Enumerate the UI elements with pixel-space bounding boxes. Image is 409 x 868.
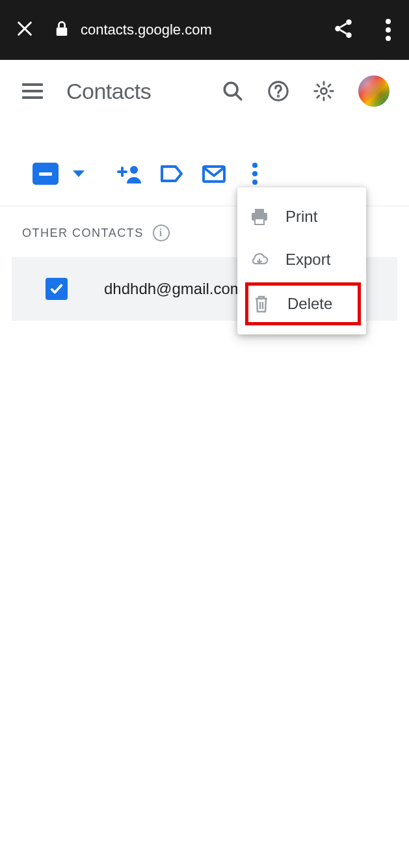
menu-item-delete[interactable]: Delete <box>245 282 361 325</box>
svg-point-9 <box>278 96 278 96</box>
svg-point-10 <box>321 88 326 94</box>
trash-icon <box>252 295 270 313</box>
svg-point-13 <box>130 166 138 174</box>
app-bar: Contacts <box>0 60 409 122</box>
select-dropdown-icon[interactable] <box>73 170 85 177</box>
menu-item-export[interactable]: Export <box>237 238 366 281</box>
search-icon[interactable] <box>222 80 244 102</box>
settings-icon[interactable] <box>313 80 335 102</box>
menu-icon[interactable] <box>22 83 43 99</box>
svg-point-4 <box>335 26 341 32</box>
print-icon <box>250 208 269 225</box>
menu-label: Print <box>285 208 317 226</box>
contact-email: dhdhdh@gmail.com <box>104 280 243 298</box>
lock-icon <box>55 20 69 40</box>
menu-label: Delete <box>287 295 332 313</box>
close-icon[interactable] <box>16 18 34 42</box>
contact-checkbox[interactable] <box>46 278 68 300</box>
svg-point-5 <box>346 33 352 38</box>
actions-dropdown: Print Export Delete <box>237 187 366 334</box>
svg-rect-15 <box>255 209 264 213</box>
svg-rect-17 <box>255 219 264 224</box>
app-title: Contacts <box>66 79 198 104</box>
help-icon[interactable] <box>267 80 289 102</box>
more-actions-icon[interactable] <box>247 160 263 187</box>
label-icon[interactable] <box>160 164 183 183</box>
share-icon[interactable] <box>332 18 354 42</box>
browser-more-icon[interactable] <box>383 16 393 44</box>
svg-point-3 <box>346 20 352 25</box>
select-all-toggle[interactable] <box>33 163 59 185</box>
svg-rect-2 <box>57 27 68 36</box>
svg-line-7 <box>236 94 241 100</box>
section-title: OTHER CONTACTS <box>22 226 144 240</box>
menu-label: Export <box>285 251 330 269</box>
browser-bar: contacts.google.com <box>0 0 409 60</box>
url-text[interactable]: contacts.google.com <box>81 21 317 38</box>
menu-item-print[interactable]: Print <box>237 195 366 238</box>
info-icon[interactable]: i <box>153 224 170 241</box>
account-avatar[interactable] <box>358 75 389 107</box>
add-person-icon[interactable] <box>116 164 142 183</box>
cloud-download-icon <box>250 252 269 267</box>
email-icon[interactable] <box>202 164 226 183</box>
